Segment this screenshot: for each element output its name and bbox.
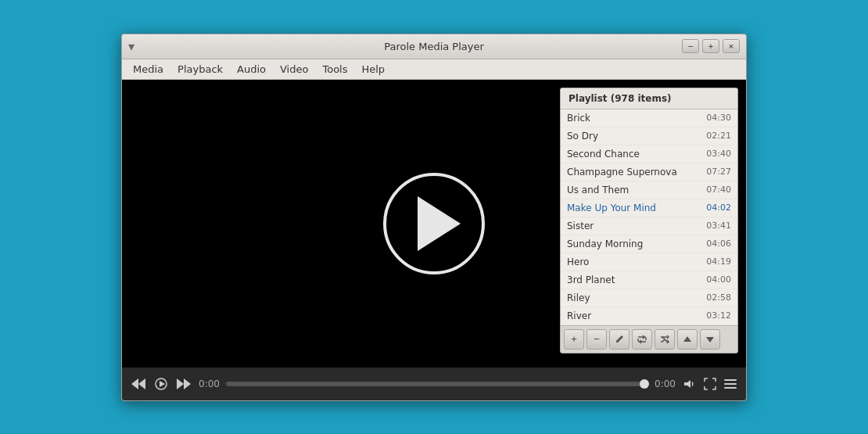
playlist-header: Playlist (978 items) xyxy=(561,88,737,109)
playlist-item[interactable]: River03:12 xyxy=(561,307,737,325)
track-time: 04:06 xyxy=(706,239,731,249)
playlist-item[interactable]: Second Chance03:40 xyxy=(561,145,737,163)
playlist-panel: Playlist (978 items) Brick04:30So Dry02:… xyxy=(560,88,738,353)
track-name: Brick xyxy=(567,113,700,124)
playlist-toolbar: + − xyxy=(561,325,737,353)
menu-media[interactable]: Media xyxy=(127,62,170,77)
svg-marker-2 xyxy=(138,378,145,389)
minimize-button[interactable]: − xyxy=(682,39,699,53)
playlist-item[interactable]: Sister03:41 xyxy=(561,217,737,235)
svg-marker-7 xyxy=(184,378,191,389)
play-button[interactable] xyxy=(153,376,169,392)
menu-playback[interactable]: Playback xyxy=(171,62,229,77)
track-time: 03:40 xyxy=(706,149,731,160)
progress-knob xyxy=(640,379,649,389)
playlist-remove-button[interactable]: − xyxy=(586,329,607,350)
menubar: Media Playback Audio Video Tools Help xyxy=(122,59,746,80)
track-name: So Dry xyxy=(567,131,700,142)
titlebar-controls: − + × xyxy=(682,39,740,53)
svg-rect-11 xyxy=(724,387,737,389)
playlist-add-button[interactable]: + xyxy=(564,329,584,350)
track-name: Us and Them xyxy=(567,185,700,195)
svg-marker-5 xyxy=(160,381,165,387)
rewind-button[interactable] xyxy=(130,377,147,391)
track-name: Riley xyxy=(567,292,700,303)
playlist-item[interactable]: Riley02:58 xyxy=(561,289,737,307)
track-time: 04:00 xyxy=(706,274,731,285)
play-circle xyxy=(383,173,485,274)
window-icon: ▾ xyxy=(128,39,135,54)
menu-button[interactable] xyxy=(723,377,738,391)
menu-audio[interactable]: Audio xyxy=(231,62,272,77)
track-name: Sister xyxy=(567,221,700,231)
total-time: 0:00 xyxy=(655,378,676,389)
track-time: 07:27 xyxy=(706,167,731,178)
track-name: Hero xyxy=(567,256,700,267)
track-time: 04:30 xyxy=(706,113,731,124)
track-name: River xyxy=(567,310,700,321)
close-button[interactable]: × xyxy=(723,39,740,53)
track-time: 07:40 xyxy=(706,185,731,195)
volume-button[interactable] xyxy=(682,377,698,391)
playlist-item[interactable]: So Dry02:21 xyxy=(561,127,737,145)
track-time: 02:58 xyxy=(706,292,731,303)
track-name: Sunday Morning xyxy=(567,239,700,249)
playlist-item[interactable]: Champagne Supernova07:27 xyxy=(561,163,737,181)
playlist-item[interactable]: Hero04:19 xyxy=(561,253,737,271)
window-title: Parole Media Player xyxy=(384,41,484,52)
track-name: Champagne Supernova xyxy=(567,167,700,178)
track-time: 04:02 xyxy=(706,203,731,213)
playlist-repeat-button[interactable] xyxy=(632,329,652,350)
track-name: Make Up Your Mind xyxy=(567,203,700,213)
playlist-move-down-button[interactable] xyxy=(700,329,720,350)
maximize-button[interactable]: + xyxy=(702,39,719,53)
svg-marker-3 xyxy=(131,378,138,389)
track-time: 04:19 xyxy=(706,256,731,267)
track-time: 03:12 xyxy=(706,310,731,321)
menu-help[interactable]: Help xyxy=(355,62,391,77)
app-window: ▾ Parole Media Player − + × Media Playba… xyxy=(121,34,747,401)
fastforward-button[interactable] xyxy=(175,377,192,391)
titlebar: ▾ Parole Media Player − + × xyxy=(122,34,746,59)
playlist-item[interactable]: Make Up Your Mind04:02 xyxy=(561,199,737,217)
right-controls xyxy=(682,376,738,392)
playlist-shuffle-button[interactable] xyxy=(655,329,675,350)
svg-marker-6 xyxy=(177,378,184,389)
current-time: 0:00 xyxy=(199,378,220,389)
track-time: 02:21 xyxy=(706,131,731,142)
svg-rect-9 xyxy=(724,379,737,381)
track-name: Second Chance xyxy=(567,149,700,160)
controls-bar: 0:00 0:00 xyxy=(122,368,746,400)
menu-video[interactable]: Video xyxy=(274,62,314,77)
svg-marker-0 xyxy=(683,336,691,342)
playlist-item[interactable]: 3rd Planet04:00 xyxy=(561,271,737,289)
svg-rect-10 xyxy=(724,383,737,385)
playlist-item[interactable]: Brick04:30 xyxy=(561,109,737,127)
menu-tools[interactable]: Tools xyxy=(316,62,353,77)
playlist-move-up-button[interactable] xyxy=(677,329,698,350)
playlist-item[interactable]: Us and Them07:40 xyxy=(561,181,737,199)
svg-marker-1 xyxy=(706,337,714,343)
playlist-item[interactable]: Sunday Morning04:06 xyxy=(561,235,737,253)
play-icon xyxy=(418,196,461,251)
fullscreen-button[interactable] xyxy=(702,376,718,392)
track-name: 3rd Planet xyxy=(567,274,700,285)
track-time: 03:41 xyxy=(706,221,731,231)
progress-bar[interactable] xyxy=(226,382,648,386)
playlist-scroll[interactable]: Brick04:30So Dry02:21Second Chance03:40C… xyxy=(561,109,737,325)
playlist-edit-button[interactable] xyxy=(609,329,629,350)
main-content: Playlist (978 items) Brick04:30So Dry02:… xyxy=(122,80,746,368)
svg-marker-8 xyxy=(684,380,690,388)
